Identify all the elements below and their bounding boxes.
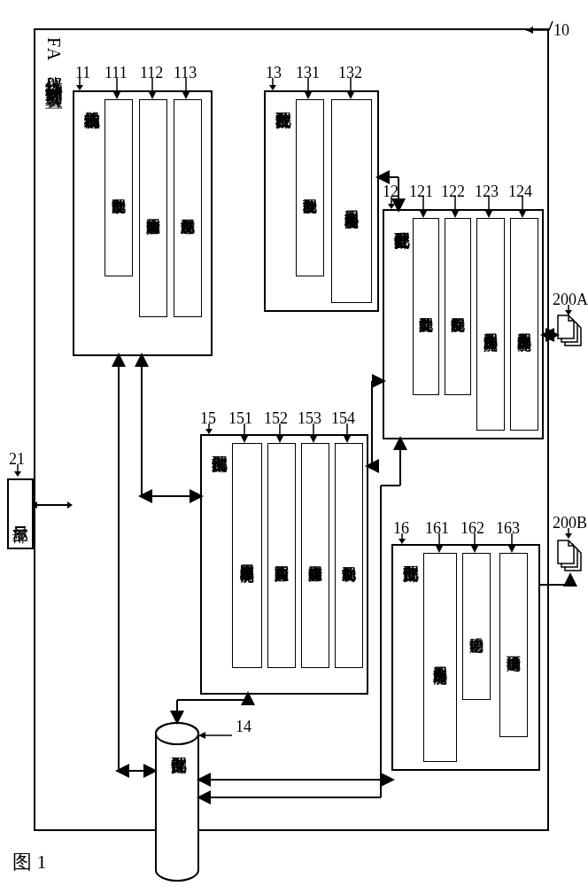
- ref-124-arrow: [517, 197, 533, 220]
- ref-14: 14: [236, 718, 251, 736]
- ref-151-arrow: [239, 424, 255, 445]
- func-151: 用户固有信息区域 确保功能: [232, 443, 262, 668]
- ref-122-arrow: [450, 197, 466, 220]
- func-122: 配置文件保存功能: [445, 218, 471, 395]
- ref-113-arrow: [181, 78, 197, 101]
- ref-14-arrow: [197, 727, 237, 746]
- func-124: 用户定义配置文件 保存功能: [510, 218, 538, 431]
- ref-123-arrow: [484, 197, 499, 220]
- func-152: 用户固有信息写入功能: [267, 443, 296, 668]
- func-153: 用户固有信息保存功能: [301, 443, 329, 668]
- display-box: 显示部: [7, 478, 34, 549]
- ref-131-arrow: [303, 78, 319, 101]
- ref-21-arrow: [12, 464, 28, 480]
- external-docs-b: [554, 540, 584, 579]
- func-154: 配置文件初始化功能: [335, 443, 363, 668]
- ref-111-arrow: [112, 78, 128, 101]
- ref-13-arrow: [267, 78, 283, 92]
- ref-112-arrow: [147, 78, 163, 101]
- ref-163-arrow: [507, 533, 522, 555]
- func-131: 配置文件校验功能: [296, 99, 324, 276]
- func-161: 用户定义配置文件 导出功能: [423, 553, 457, 762]
- func-121: 配置文件导入功能: [413, 218, 439, 395]
- ref-200a-arrow: [563, 305, 576, 319]
- external-docs-a: [554, 315, 584, 354]
- ref-154-arrow: [342, 424, 358, 445]
- func-163: 不可编辑设定功能: [499, 553, 528, 737]
- ref-161-arrow: [434, 533, 450, 555]
- ref-153-arrow: [308, 424, 324, 445]
- device-title: FA仪器结构设计辅助装置: [43, 37, 66, 80]
- func-162: 密码设定功能: [462, 553, 491, 700]
- ref-200b-arrow: [563, 528, 576, 542]
- func-132: 用户定义配置 文件校验功能: [331, 99, 372, 303]
- ref-152-arrow: [275, 424, 290, 445]
- ref-12-arrow: [386, 197, 402, 211]
- ref-16-arrow: [397, 533, 413, 546]
- func-111: 配置文件读出功能: [104, 99, 133, 276]
- ref-132-arrow: [345, 78, 361, 101]
- ref-162-arrow: [469, 533, 485, 555]
- func-113: 配置文件信息显示功能: [174, 99, 202, 317]
- figure-label: 图 1: [12, 849, 47, 875]
- ref-10-arrow: [526, 18, 556, 35]
- ref-15-arrow: [204, 424, 220, 436]
- func-123: 用户定义配置文件 导入功能: [476, 218, 505, 431]
- storage-cylinder: [154, 721, 200, 884]
- ref-121-arrow: [418, 197, 434, 220]
- func-112: 用户固有信息读出功能: [139, 99, 167, 317]
- svg-point-1: [156, 723, 198, 744]
- conn-display-to-11: [32, 496, 74, 516]
- ref-11-arrow: [74, 78, 90, 92]
